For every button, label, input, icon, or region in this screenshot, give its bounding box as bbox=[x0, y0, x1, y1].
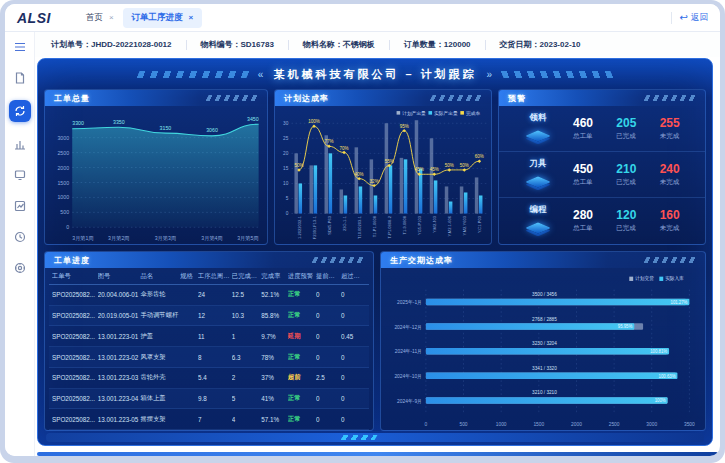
table-row-3[interactable]: SPO2025082...13.001.223-02风罩支架86.378%正常0… bbox=[49, 347, 369, 368]
monitor-icon[interactable] bbox=[11, 166, 29, 184]
table-cell: 13.001.223-03 bbox=[98, 374, 141, 381]
svg-text:55%: 55% bbox=[385, 159, 394, 164]
info-field-0: 计划单号：JHDD-20221028-0012 bbox=[51, 39, 172, 50]
table-cell: 0.45 bbox=[341, 333, 366, 340]
menu-icon[interactable] bbox=[11, 38, 29, 56]
table-cell: 9.7% bbox=[261, 333, 288, 340]
svg-text:95%: 95% bbox=[400, 124, 409, 129]
alert-row-0[interactable]: 领料460总工单205已完成255未完成 bbox=[499, 106, 705, 152]
table-header-cell: 已完成天数 bbox=[232, 272, 261, 281]
tab-order-process[interactable]: 订单工序进度 × bbox=[123, 8, 203, 28]
table-cell: 2 bbox=[232, 374, 261, 381]
svg-text:500: 500 bbox=[60, 209, 69, 215]
table-cell: SPO2025082... bbox=[52, 312, 98, 319]
svg-text:50%: 50% bbox=[294, 163, 303, 168]
panel-delivery-rate: 生产交期达成率 实际入库计划交货050010001500200025003000… bbox=[380, 251, 706, 431]
svg-text:T1-9.0808: T1-9.0808 bbox=[402, 215, 407, 234]
svg-text:2000: 2000 bbox=[571, 420, 582, 426]
svg-text:T1-P1.0608: T1-P1.0608 bbox=[372, 215, 377, 237]
table-row-0[interactable]: SPO2025082...20.004.006-01伞形齿轮2412.552.1… bbox=[49, 285, 369, 306]
settings-icon[interactable] bbox=[11, 259, 29, 277]
table-cell: 0 bbox=[341, 312, 366, 319]
status-badge: 正常 bbox=[288, 311, 316, 320]
svg-text:70%: 70% bbox=[340, 146, 349, 151]
svg-text:20: 20 bbox=[283, 151, 289, 156]
alert-row-2[interactable]: 编程280总工单120已完成160未完成 bbox=[499, 198, 705, 244]
svg-text:0: 0 bbox=[425, 420, 428, 426]
table-header-cell: 工单号 bbox=[52, 272, 98, 281]
table-cell: 20.019.005-01 bbox=[98, 312, 141, 319]
svg-text:45%: 45% bbox=[415, 167, 424, 172]
svg-text:1-2022032-1: 1-2022032-1 bbox=[296, 215, 301, 239]
svg-text:32%: 32% bbox=[370, 179, 379, 184]
panel-alerts: 预警 领料460总工单205已完成255未完成刀具450总工单210已完成240… bbox=[498, 89, 706, 245]
table-cell: 4 bbox=[232, 416, 261, 423]
table-row-2[interactable]: SPO2025082...13.001.223-01护盖1119.7%延期00.… bbox=[49, 326, 369, 347]
status-badge: 正常 bbox=[288, 353, 316, 362]
svg-text:YG5-P103: YG5-P103 bbox=[417, 215, 422, 235]
back-button[interactable]: ↩ 返回 bbox=[680, 12, 708, 24]
svg-text:3500: 3500 bbox=[684, 420, 695, 426]
report-icon[interactable] bbox=[11, 197, 29, 215]
bar-chart-icon[interactable] bbox=[11, 135, 29, 153]
work-order-total-area-chart[interactable]: 05001000150020002500300033003月第1周33503月第… bbox=[45, 106, 267, 244]
svg-text:2024年-10月: 2024年-10月 bbox=[394, 373, 422, 380]
document-icon[interactable] bbox=[11, 69, 29, 87]
svg-text:3月第3周: 3月第3周 bbox=[155, 235, 176, 242]
svg-text:3210 / 3210: 3210 / 3210 bbox=[532, 390, 557, 395]
table-cell: 12 bbox=[198, 312, 232, 319]
table-row-1[interactable]: SPO2025082...20.019.005-01手动调节螺杆1210.385… bbox=[49, 306, 369, 327]
tab-home-close-icon[interactable]: × bbox=[109, 13, 114, 22]
info-field-2: 物料名称：不锈钢板 bbox=[274, 39, 375, 50]
table-cell: 13.001.223-02 bbox=[98, 354, 141, 361]
svg-text:3230 / 3204: 3230 / 3204 bbox=[532, 341, 557, 346]
alert-row-1[interactable]: 刀具450总工单210已完成240未完成 bbox=[499, 152, 705, 198]
svg-text:0: 0 bbox=[66, 224, 69, 230]
table-cell: 20.004.006-01 bbox=[98, 291, 141, 298]
table-header-cell: 完成率 bbox=[261, 272, 288, 281]
table-cell: 5 bbox=[232, 395, 261, 402]
tab-home[interactable]: 首页 × bbox=[77, 8, 123, 28]
svg-text:计划产出量: 计划产出量 bbox=[401, 110, 426, 117]
status-badge: 超前 bbox=[288, 373, 316, 382]
delivery-rate-hbar-chart[interactable]: 实际入库计划交货05001000150020002500300035002025… bbox=[381, 268, 705, 430]
table-cell: 风罩支架 bbox=[140, 353, 180, 362]
table-cell: 5.4 bbox=[198, 374, 232, 381]
banner-left-decoration bbox=[136, 71, 249, 78]
svg-text:30: 30 bbox=[283, 121, 289, 126]
gem-icon bbox=[525, 176, 550, 187]
clock-icon[interactable] bbox=[11, 228, 29, 246]
table-cell: 0 bbox=[316, 291, 341, 298]
table-cell: 0 bbox=[316, 395, 341, 402]
process-sync-icon[interactable] bbox=[9, 100, 31, 122]
table-cell: 0 bbox=[341, 416, 366, 423]
tab-order-process-close-icon[interactable]: × bbox=[189, 13, 194, 22]
table-cell: 52.1% bbox=[261, 291, 288, 298]
svg-text:60%: 60% bbox=[475, 154, 484, 159]
svg-text:100%: 100% bbox=[655, 398, 666, 403]
sidebar-nav bbox=[5, 32, 35, 456]
table-cell: 57.1% bbox=[261, 416, 288, 423]
status-badge: 正常 bbox=[288, 394, 316, 403]
table-cell: 7 bbox=[198, 416, 232, 423]
svg-text:完成率: 完成率 bbox=[466, 111, 480, 117]
table-row-6[interactable]: SPO2025082...13.001.223-05摇摆支架7457.1%正常0… bbox=[49, 409, 369, 430]
table-header-cell: 超过天数 bbox=[341, 272, 366, 281]
svg-text:100.63%: 100.63% bbox=[659, 374, 676, 379]
panel-work-order-progress-header: 工单进度 bbox=[45, 252, 373, 268]
svg-text:2024年-12月: 2024年-12月 bbox=[394, 323, 422, 330]
plan-rate-bar-line-chart[interactable]: 完成率实际产出量计划产出量0510152025301-2022032-1F239… bbox=[275, 106, 491, 244]
back-label: 返回 bbox=[691, 12, 708, 24]
table-row-5[interactable]: SPO2025082...13.001.223-04箱体上盖9.8541%正常0… bbox=[49, 389, 369, 410]
table-row-4[interactable]: SPO2025082...13.001.223-03齿轮外壳5.4237%超前2… bbox=[49, 368, 369, 389]
table-cell: 10.3 bbox=[232, 312, 261, 319]
info-field-1: 物料编号：SD16783 bbox=[172, 39, 274, 50]
dashboard: « 某机械科技有限公司 – 计划跟踪 » 工单总量 05001000150020… bbox=[37, 58, 713, 446]
table-cell: 11 bbox=[198, 333, 232, 340]
work-order-progress-table: 工单号图号品名规格工序总周期(..已完成天数完成率进度预警提前天数超过天数SPO… bbox=[45, 268, 373, 430]
gem-icon bbox=[525, 130, 550, 141]
svg-text:3000: 3000 bbox=[57, 135, 69, 141]
panel-delivery-rate-header: 生产交期达成率 bbox=[381, 252, 705, 268]
panel-plan-rate-header: 计划达成率 bbox=[275, 90, 491, 106]
alsi-logo: ALSI bbox=[17, 10, 51, 26]
